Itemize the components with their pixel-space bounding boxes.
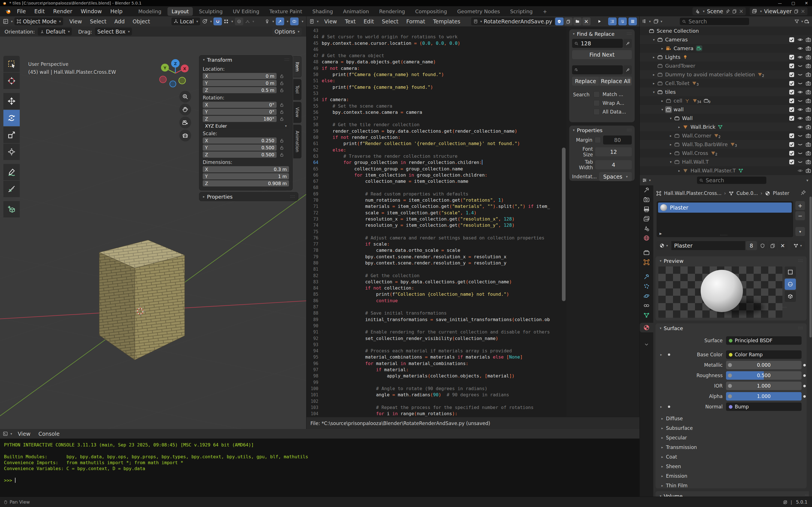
open-file-icon[interactable] [573, 17, 581, 25]
tool-add-cube[interactable] [3, 201, 20, 217]
code-area[interactable]: 4344454647484950515253545556575859606162… [306, 26, 640, 417]
fake-user-toggle[interactable] [555, 17, 564, 25]
toggle-cam-icon[interactable] [805, 141, 812, 148]
minimize-button[interactable]: — [778, 1, 782, 5]
code-line-46[interactable] [322, 47, 550, 53]
outliner-row-hall-wall-t[interactable]: ▾Hall.Wall.T [640, 158, 812, 166]
properties-tab-render[interactable] [640, 195, 653, 205]
proportional-edit-toggle[interactable] [235, 17, 243, 25]
text-menu-view[interactable]: View [322, 17, 339, 25]
copy-material-button[interactable] [768, 241, 777, 250]
replace-button[interactable]: Replace [572, 76, 599, 86]
code-line-85[interactable]: print(f"Collection {collection_name} not… [322, 291, 550, 297]
outliner-expand-arrow[interactable]: ▸ [659, 47, 665, 50]
code-line-79[interactable]: bpy.context.scene.render.resolution_x = … [322, 254, 550, 260]
outliner-row-guardtower[interactable]: GuardTower [640, 61, 812, 70]
toggle-check-icon[interactable] [788, 150, 795, 157]
properties-tab-collection[interactable] [640, 248, 653, 258]
code-line-95[interactable]: material_combinations = materials if mat… [322, 354, 550, 360]
outliner-row-wall-corner[interactable]: ▸Wall.Corner2 [640, 131, 812, 140]
outliner-row-cell-toilet[interactable]: ▸Cell.Toilet3 [640, 79, 812, 88]
filter-icon[interactable] [794, 19, 799, 24]
code-line-102[interactable] [322, 398, 550, 404]
editor-type-outliner-icon[interactable] [642, 19, 647, 24]
section-subsurface[interactable]: ▸Subsurface [661, 424, 693, 432]
scale-z-field[interactable]: Z0.500 [203, 152, 276, 158]
falloff-icon[interactable] [245, 19, 250, 24]
code-line-71[interactable]: materials = item_collection.get("materia… [322, 203, 550, 210]
view-layer-selector[interactable]: ▾ ViewLayer ✕ [750, 7, 808, 15]
tab-width-field[interactable]: 4 [595, 160, 632, 169]
toggle-cam-x-icon[interactable] [805, 124, 812, 130]
properties-tab-output[interactable] [640, 205, 653, 214]
new-scene-icon[interactable] [732, 9, 737, 13]
section-specular[interactable]: ▸Specular [661, 434, 687, 442]
rotation-y-field[interactable]: Y0° [203, 109, 276, 115]
outliner-row-lights[interactable]: ▸Lights [640, 53, 812, 61]
code-line-52[interactable]: print(f"Camera {camera_name} found.") [322, 84, 550, 91]
outliner-row-dummy-to-avoid-materials-deletion[interactable]: ▸Dummy to avoid materials deletion2 [640, 70, 812, 79]
toggle-cam-icon[interactable] [805, 132, 812, 139]
code-line-103[interactable]: # Repeat the process for the specified n… [322, 404, 550, 411]
gizmos-toggle[interactable] [276, 17, 284, 25]
pin-icon[interactable] [725, 9, 730, 13]
script-datablock[interactable]: ▾ RotateRenderAndSave.py [471, 17, 555, 25]
viewport-menu-add[interactable]: Add [112, 17, 126, 25]
find-replace-title[interactable]: Find & Replace [577, 31, 615, 37]
outliner-expand-arrow[interactable]: ▸ [668, 151, 673, 155]
code-line-55[interactable]: # Set the scene camera [322, 103, 550, 109]
code-line-86[interactable]: continue [322, 298, 550, 304]
margin-checkbox[interactable] [595, 137, 601, 143]
snap-settings-icon[interactable] [223, 19, 229, 24]
section-thin-film[interactable]: ▸Thin Film [661, 482, 688, 490]
tool-annotate[interactable] [3, 164, 20, 180]
location-y-field[interactable]: Y0 m [203, 80, 276, 86]
toggle-cam-icon[interactable] [805, 98, 812, 104]
code-line-104[interactable]: for i in range(num_rotations): [322, 411, 550, 417]
editor-type-properties-icon[interactable] [642, 178, 647, 183]
code-line-100[interactable]: # Angle to rotate (90 degrees in radians… [322, 386, 550, 392]
location-z-lock-icon[interactable] [280, 88, 284, 93]
workspace-tab-modeling[interactable]: Modeling [135, 7, 165, 16]
toggle-check-icon[interactable] [788, 141, 795, 148]
blender-menu-icon[interactable] [4, 8, 11, 15]
scale-y-lock-icon[interactable] [280, 145, 284, 150]
outliner-row-wall-cross[interactable]: ▸Wall.Cross2 [640, 149, 812, 158]
workspace-tab-rendering[interactable]: Rendering [375, 7, 409, 16]
toggle-check-icon[interactable] [788, 36, 795, 43]
sidebar-properties-panel[interactable]: ▸ Properties ········ [199, 192, 298, 201]
menu-help[interactable]: Help [109, 7, 124, 15]
toggle-check-icon[interactable] [788, 62, 795, 69]
workspace-tab-uv-editing[interactable]: UV Editing [229, 7, 263, 16]
roughness-slider[interactable]: 0.500 [726, 371, 802, 380]
show-gizmo-icon[interactable] [264, 19, 270, 24]
text-menu-format[interactable]: Format [405, 17, 427, 25]
line-numbers-toggle[interactable]: 12 [608, 17, 617, 25]
toggle-cam-icon[interactable] [805, 115, 812, 122]
nav-zoom[interactable] [179, 91, 191, 103]
preview-mode-cube[interactable] [784, 291, 796, 302]
keyframe-dot[interactable] [803, 385, 806, 387]
location-x-lock-icon[interactable] [280, 74, 284, 78]
pin-id-icon[interactable] [801, 190, 806, 195]
transform-panel-title[interactable]: Transform [207, 57, 232, 63]
viewport-menu-object[interactable]: Object [131, 17, 152, 25]
sidebar-tab-view[interactable]: View [293, 102, 301, 123]
drag-dropdown[interactable]: Select Box▾ [95, 27, 132, 36]
toggle-eye-icon[interactable] [797, 106, 804, 113]
surface-node-field[interactable]: Principled BSDF [726, 336, 802, 345]
toggle-cam-icon[interactable] [805, 89, 812, 96]
section-emission[interactable]: ▸Emission [661, 472, 688, 480]
maximize-button[interactable]: ▢ [792, 1, 795, 5]
properties-tab-modifiers[interactable] [640, 272, 653, 282]
toggle-cam-x-icon[interactable] [805, 71, 812, 78]
preview-mode-sphere[interactable] [784, 279, 796, 290]
navigation-gizmo[interactable]: Z Y X [160, 59, 189, 87]
toggle-eye-closed-icon[interactable] [797, 62, 804, 69]
code-text[interactable]: # Set cursor to world origin for rotatio… [322, 27, 550, 417]
toggle-eye-closed-icon[interactable] [797, 141, 804, 148]
toggle-eye-icon[interactable] [797, 89, 804, 96]
overlays-toggle[interactable] [290, 17, 299, 25]
properties-tab-view-layer[interactable] [640, 214, 653, 224]
outliner-row-tiles[interactable]: ▾tiles [640, 88, 812, 96]
